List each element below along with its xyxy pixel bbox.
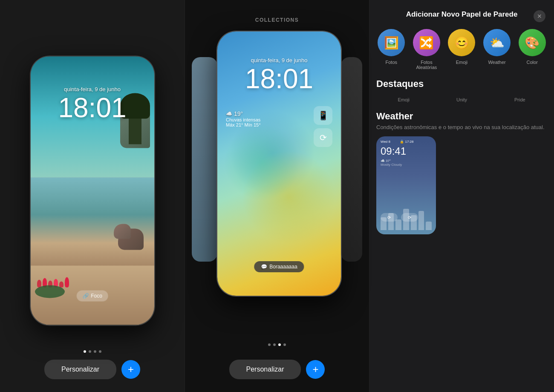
- center-phone-time: 18:01: [217, 65, 341, 92]
- center-phone-datetime: quinta-feira, 9 de junho 18:01: [217, 57, 341, 92]
- highlight-col-unity: Tuesday, 8 January 09:41 Unity: [434, 95, 489, 102]
- weather-preview-time: 09:41: [376, 145, 436, 157]
- highlight-label-unity: Unity: [456, 95, 467, 102]
- temp-bar-4: [403, 209, 409, 230]
- preview-date: Wed 8: [381, 140, 390, 144]
- wp-option-emoji[interactable]: 😊 Emoji: [448, 29, 475, 70]
- shuffle-icon: 🔀: [419, 36, 434, 50]
- right-panel: Adicionar Novo Papel de Parede ✕ 🖼️ Foto…: [369, 0, 554, 392]
- left-phone-time: 18:01: [31, 94, 154, 121]
- highlight-col-pride: Saturday, 8 January 09:41 Pride: [493, 95, 547, 102]
- temp-bar-5: [411, 215, 417, 230]
- weather-widget: ☁️ 19° Chuvas intensas Máx 21° Mín 15°: [226, 110, 261, 127]
- emoji-label: Emoji: [456, 60, 468, 65]
- photos-icon-circle: 🖼️: [378, 29, 405, 56]
- random-icon-circle: 🔀: [413, 29, 440, 56]
- wallpaper-options-row: 🖼️ Fotos 🔀 FotosAleatórias 😊 Emoji ⛅ Wea…: [369, 26, 554, 78]
- color-label: Color: [527, 60, 538, 65]
- center-phone-date: quinta-feira, 9 de junho: [217, 57, 341, 63]
- photos-label: Fotos: [386, 60, 398, 65]
- weather-preview-top: Wed 8 🔒 17:28: [376, 136, 436, 145]
- weather-section-title: Weather: [376, 111, 547, 122]
- weather-label: Weather: [488, 60, 505, 65]
- left-phone-mockup: quinta-feira, 9 de junho 18:01 🔗 Foco: [31, 56, 154, 325]
- middle-panel: COLLECTIONS quinta-feira, 9 de junho 18:…: [185, 0, 369, 392]
- left-bottom-bar: Personalizar +: [44, 360, 140, 379]
- left-page-dots: [84, 350, 101, 353]
- preview-time-top: 🔒 17:28: [400, 140, 413, 144]
- highlights-section-title: Destaques: [369, 78, 554, 95]
- landscape-bg: quinta-feira, 9 de junho 18:01 🔗 Foco: [31, 56, 154, 325]
- rocks-2: [114, 224, 131, 239]
- weather-desc: Chuvas intensas: [226, 117, 261, 122]
- dot-4: [283, 343, 286, 346]
- preview-condition: Mostly Cloudy: [381, 163, 432, 167]
- dot-2: [89, 350, 91, 353]
- middle-page-dots: [268, 343, 286, 346]
- middle-phones-row: quinta-feira, 9 de junho 18:01 ☁️ 19° Ch…: [192, 32, 362, 343]
- collections-label: COLLECTIONS: [255, 17, 299, 23]
- middle-bottom-bar: Personalizar +: [229, 360, 325, 379]
- emoji-icon: 😊: [454, 36, 469, 50]
- dot-1: [84, 350, 86, 353]
- water-beach: [31, 177, 154, 271]
- temp-bar-3: [395, 219, 401, 230]
- close-button[interactable]: ✕: [534, 10, 545, 22]
- middle-personalize-button[interactable]: Personalizar: [229, 360, 301, 379]
- dot-3: [94, 350, 96, 353]
- highlight-col-emoji: terça-feira, 8 de janeiro 09:41 ⚙️ ⚙️ ⚙️…: [376, 95, 431, 102]
- wp-option-photos[interactable]: 🖼️ Fotos: [378, 29, 405, 70]
- modal-header: Adicionar Novo Papel de Parede ✕: [369, 0, 554, 26]
- wp-option-weather[interactable]: ⛅ Weather: [483, 29, 511, 70]
- highlight-label-pride: Pride: [514, 95, 525, 102]
- temp-bar-1: [381, 217, 387, 230]
- dot-2: [273, 343, 276, 346]
- wp-option-random[interactable]: 🔀 FotosAleatórias: [413, 29, 440, 70]
- random-label: FotosAleatórias: [416, 60, 437, 70]
- palette-icon: 🎨: [525, 36, 540, 50]
- weather-section: Weather Condições astronômicas e o tempo…: [369, 106, 554, 239]
- weather-preview-bars: [376, 200, 436, 234]
- dot-4: [99, 350, 101, 353]
- preview-temp: ☁️ 37°: [381, 159, 432, 163]
- emoji-icon-circle: 😊: [448, 29, 475, 56]
- widget-icons: 📱 ⟳: [314, 106, 332, 147]
- activity-widget-icon: ⟳: [314, 128, 332, 147]
- weather-icon-circle: ⛅: [483, 29, 511, 56]
- phone-small-left: [192, 57, 217, 262]
- middle-bottom: Personalizar +: [229, 343, 325, 392]
- cloud-icon: ☁️: [226, 111, 232, 117]
- weather-preview-info: ☁️ 37° Mostly Cloudy: [376, 157, 436, 168]
- center-phone-mockup: quinta-feira, 9 de junho 18:01 ☁️ 19° Ch…: [217, 32, 341, 296]
- weather-range: Máx 21° Mín 15°: [226, 122, 261, 127]
- left-personalize-button[interactable]: Personalizar: [44, 360, 116, 379]
- weather-preview-card[interactable]: Wed 8 🔒 17:28 09:41 ☁️ 37° Mostly Cloudy…: [376, 136, 436, 234]
- focus-badge: 🔗 Foco: [76, 290, 108, 301]
- wp-option-color[interactable]: 🎨 Color: [519, 29, 546, 70]
- dot-1: [268, 343, 271, 346]
- highlight-label-emoji: Emoji: [398, 95, 410, 102]
- weather-temp: 19°: [234, 110, 243, 117]
- focus-icon: 🔗: [82, 293, 89, 299]
- left-phone-datetime: quinta-feira, 9 de junho 18:01: [31, 86, 154, 121]
- leaves: [35, 285, 65, 298]
- modal-title: Adicionar Novo Papel de Parede: [406, 10, 518, 19]
- temp-bar-2: [388, 213, 394, 230]
- temp-bar-7: [426, 222, 432, 230]
- left-plus-button[interactable]: +: [121, 360, 140, 379]
- notification-icon: 💬: [261, 264, 267, 270]
- weather-icon: ⛅: [490, 36, 505, 50]
- middle-plus-button[interactable]: +: [306, 360, 325, 379]
- focus-label: Foco: [91, 293, 102, 299]
- highlights-grid: terça-feira, 8 de janeiro 09:41 ⚙️ ⚙️ ⚙️…: [369, 95, 554, 106]
- notification-label: Boraaaaaaa: [269, 264, 297, 270]
- photos-icon: 🖼️: [384, 36, 399, 50]
- dot-3: [278, 343, 281, 346]
- phone-small-right: [341, 57, 362, 262]
- notification-badge: 💬 Boraaaaaaa: [254, 261, 304, 272]
- phone-widget-icon: 📱: [314, 106, 332, 125]
- gradient-bg: quinta-feira, 9 de junho 18:01 ☁️ 19° Ch…: [217, 32, 341, 296]
- left-panel: quinta-feira, 9 de junho 18:01 🔗 Foco Pe…: [0, 0, 185, 392]
- color-icon-circle: 🎨: [519, 29, 546, 56]
- weather-section-desc: Condições astronômicas e o tempo ao vivo…: [376, 124, 547, 131]
